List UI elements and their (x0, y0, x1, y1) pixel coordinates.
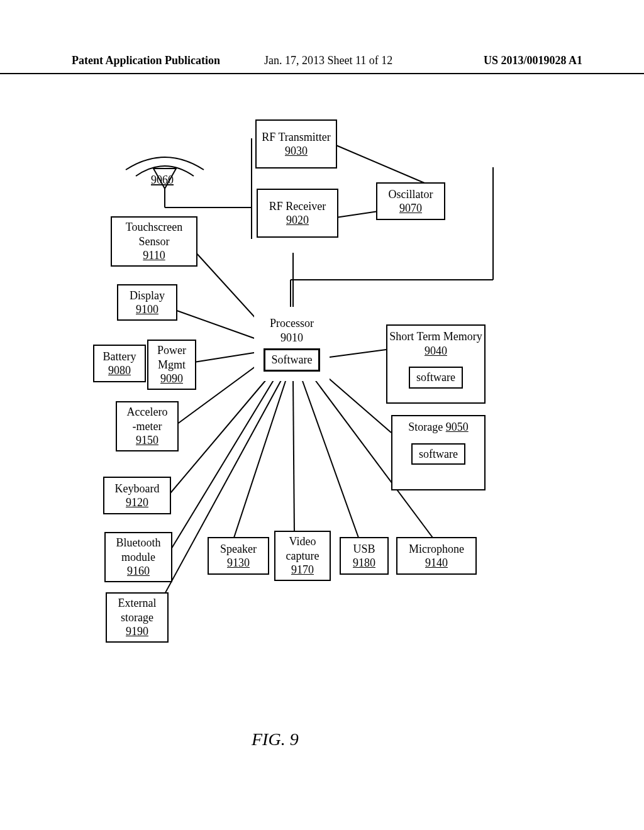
block-keyboard: Keyboard 9120 (103, 477, 171, 514)
block-external-storage: External storage 9190 (106, 592, 169, 643)
label: Speaker (220, 542, 257, 556)
label: Video capture (275, 534, 330, 563)
stm-software: software (409, 367, 463, 389)
processor-software: Software (264, 348, 321, 372)
ref: 9050 (446, 421, 469, 433)
label: Microphone (409, 542, 464, 556)
svg-line-17 (293, 379, 294, 534)
svg-line-21 (325, 375, 391, 433)
label: RF Transmitter (262, 130, 331, 145)
ref: 9130 (227, 556, 250, 570)
label: External storage (107, 596, 167, 624)
ref: 9170 (291, 563, 314, 577)
ref: 9090 (160, 372, 183, 386)
ref: 9070 (399, 201, 422, 216)
label: Display (130, 289, 165, 303)
ref: 9180 (353, 556, 375, 570)
block-video-capture: Video capture 9170 (274, 531, 331, 581)
label-line1: Accelero (127, 405, 168, 419)
label: USB (353, 542, 375, 556)
storage-software: software (411, 443, 465, 465)
block-processor: Processor 9010 Software (254, 307, 330, 381)
label-line2: -meter (133, 419, 162, 434)
block-oscillator: Oscillator 9070 (376, 182, 445, 220)
label: Bluetooth module (106, 536, 171, 564)
block-touchscreen: Touchscreen Sensor 9110 (111, 216, 197, 267)
ref: 9140 (425, 556, 448, 570)
label: Keyboard (115, 482, 160, 496)
svg-line-20 (330, 350, 386, 357)
figure-caption: FIG. 9 (252, 729, 299, 750)
block-short-term-memory: Short Term Memory 9040 software (386, 324, 486, 404)
ref: 9020 (286, 213, 309, 228)
svg-line-13 (167, 379, 267, 497)
ref: 9120 (126, 495, 148, 510)
ref: 9010 (280, 331, 303, 345)
block-bluetooth: Bluetooth module 9160 (104, 532, 172, 582)
page: Patent Application Publication Jan. 17, … (0, 0, 644, 830)
ref: 9080 (108, 363, 131, 378)
label: Battery (103, 350, 136, 364)
block-microphone: Microphone 9140 (396, 537, 477, 575)
label: RF Receiver (269, 199, 326, 214)
ref: 9150 (136, 433, 158, 448)
label: Processor (270, 316, 314, 331)
block-rf-receiver: RF Receiver 9020 (257, 189, 338, 238)
svg-line-10 (170, 308, 258, 340)
ref: 9110 (143, 248, 165, 263)
ref: 9160 (127, 564, 150, 578)
label: Short Term Memory (389, 330, 482, 343)
svg-line-14 (169, 379, 274, 553)
block-battery: Battery 9080 (93, 345, 146, 382)
svg-line-9 (195, 252, 258, 321)
block-usb: USB 9180 (340, 537, 389, 575)
label: Power Mgmt (148, 343, 195, 372)
block-accelerometer: Accelero -meter 9150 (116, 401, 179, 451)
block-rf-transmitter: RF Transmitter 9030 (255, 119, 337, 169)
ref: 9040 (425, 345, 447, 357)
ref: 9190 (126, 624, 148, 639)
block-storage: Storage 9050 software (391, 415, 486, 490)
block-speaker: Speaker 9130 (208, 537, 269, 575)
block-power-mgmt: Power Mgmt 9090 (147, 340, 196, 390)
ref: 9100 (136, 302, 158, 317)
label: Touchscreen Sensor (112, 220, 196, 248)
antenna-ref: 9060 (151, 174, 174, 186)
svg-line-11 (186, 352, 258, 363)
block-display: Display 9100 (117, 284, 177, 321)
label: Storage (408, 421, 443, 433)
svg-line-18 (302, 379, 358, 538)
ref: 9030 (285, 144, 308, 158)
label: Oscillator (389, 187, 433, 202)
